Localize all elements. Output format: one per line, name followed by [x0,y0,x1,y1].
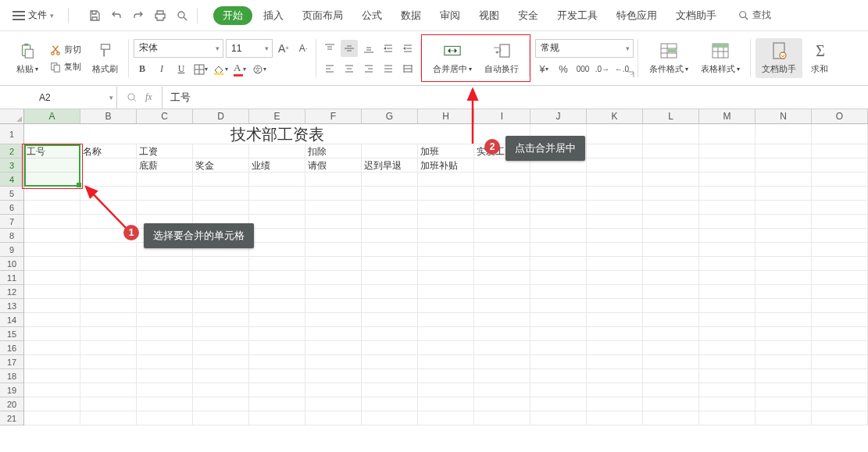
cell-E3[interactable]: 业绩 [249,158,305,173]
cell-I17[interactable] [474,355,530,369]
cell-O9[interactable] [812,243,868,257]
dialog-launcher-icon[interactable] [627,71,637,80]
cell-K6[interactable] [587,201,643,215]
cell-E17[interactable] [249,355,305,369]
cell-J20[interactable] [530,397,587,411]
cell-A2[interactable]: 工号 [24,144,80,158]
cell-K20[interactable] [587,397,643,411]
cell-N5[interactable] [755,187,812,201]
cell[interactable] [643,124,699,144]
cell-E12[interactable] [249,285,305,299]
cell-K19[interactable] [587,383,643,397]
cell-N2[interactable] [755,144,812,158]
row-header-8[interactable]: 8 [0,229,23,243]
cell-D4[interactable] [193,173,249,187]
select-all-corner[interactable] [0,109,24,124]
cell-M17[interactable] [699,355,755,369]
row-header-5[interactable]: 5 [0,187,23,201]
cell-F11[interactable] [305,271,362,285]
cell-A17[interactable] [24,355,80,369]
cell-A4[interactable] [24,173,80,187]
font-grow-button[interactable]: A+ [275,40,292,57]
row-header-2[interactable]: 2 [0,144,23,158]
col-header-A[interactable]: A [24,109,80,123]
cell-D21[interactable] [193,411,249,425]
cell-A20[interactable] [24,397,80,411]
cell-F8[interactable] [305,229,362,243]
cell-F13[interactable] [305,299,362,313]
percent-button[interactable]: % [555,61,572,78]
cell-O12[interactable] [812,285,868,299]
merge-center-button[interactable]: 合并居中▾ [427,38,478,78]
cell-N4[interactable] [755,173,812,187]
cell-L10[interactable] [643,257,699,271]
cell-L16[interactable] [643,341,699,355]
col-header-F[interactable]: F [305,109,362,123]
save-icon[interactable] [88,9,102,23]
cell-N14[interactable] [755,313,812,327]
cell-D13[interactable] [193,299,249,313]
cell-K7[interactable] [587,215,643,229]
cell-O20[interactable] [812,397,868,411]
col-header-N[interactable]: N [755,109,812,123]
cell-E19[interactable] [249,383,305,397]
cell-E5[interactable] [249,187,305,201]
cell-G17[interactable] [362,355,418,369]
cell-A12[interactable] [24,285,80,299]
cell-F18[interactable] [305,369,362,383]
cell-H13[interactable] [418,299,474,313]
cell-K8[interactable] [587,229,643,243]
cell-H5[interactable] [418,187,474,201]
cell-K17[interactable] [587,355,643,369]
cell-G6[interactable] [362,201,418,215]
cell-D20[interactable] [193,397,249,411]
row-header-10[interactable]: 10 [0,257,23,271]
cell-M13[interactable] [699,299,755,313]
cell-F3[interactable]: 请假 [305,158,362,173]
cell-B11[interactable] [80,271,137,285]
tab-insert[interactable]: 插入 [255,5,291,26]
cell-E7[interactable] [249,215,305,229]
indent-increase-button[interactable] [399,40,416,57]
row-header-6[interactable]: 6 [0,201,23,215]
cell-C4[interactable] [137,173,193,187]
cell-O3[interactable] [812,158,868,173]
print-icon[interactable] [153,9,167,23]
row-header-7[interactable]: 7 [0,215,23,229]
cell-G4[interactable] [362,173,418,187]
cell-N18[interactable] [755,369,812,383]
cell-I20[interactable] [474,397,530,411]
row-header-1[interactable]: 1 [0,124,23,144]
align-top-button[interactable] [321,40,338,57]
cell-M5[interactable] [699,187,755,201]
cell-D18[interactable] [193,369,249,383]
col-header-K[interactable]: K [587,109,643,123]
cell-J6[interactable] [530,201,587,215]
cell-E11[interactable] [249,271,305,285]
cell-I5[interactable] [474,187,530,201]
cell-E9[interactable] [249,243,305,257]
col-header-E[interactable]: E [249,109,305,123]
distribute-button[interactable] [399,60,416,77]
cell-C15[interactable] [137,327,193,341]
row-header-19[interactable]: 19 [0,383,23,397]
justify-button[interactable] [380,60,397,77]
cell-B4[interactable] [80,173,137,187]
font-name-combo[interactable]: 宋体▾ [134,39,223,58]
cell-L15[interactable] [643,327,699,341]
cell-A16[interactable] [24,341,80,355]
col-header-I[interactable]: I [474,109,530,123]
cell-C14[interactable] [137,313,193,327]
cell-N9[interactable] [755,243,812,257]
cell-J19[interactable] [530,383,587,397]
tab-view[interactable]: 视图 [471,5,507,26]
cell-C19[interactable] [137,383,193,397]
cell-I16[interactable] [474,341,530,355]
cell-K14[interactable] [587,313,643,327]
redo-icon[interactable] [131,9,145,23]
cell-E20[interactable] [249,397,305,411]
cell-B20[interactable] [80,397,137,411]
cell-H8[interactable] [418,229,474,243]
row-header-4[interactable]: 4 [0,173,23,187]
cell-A15[interactable] [24,327,80,341]
